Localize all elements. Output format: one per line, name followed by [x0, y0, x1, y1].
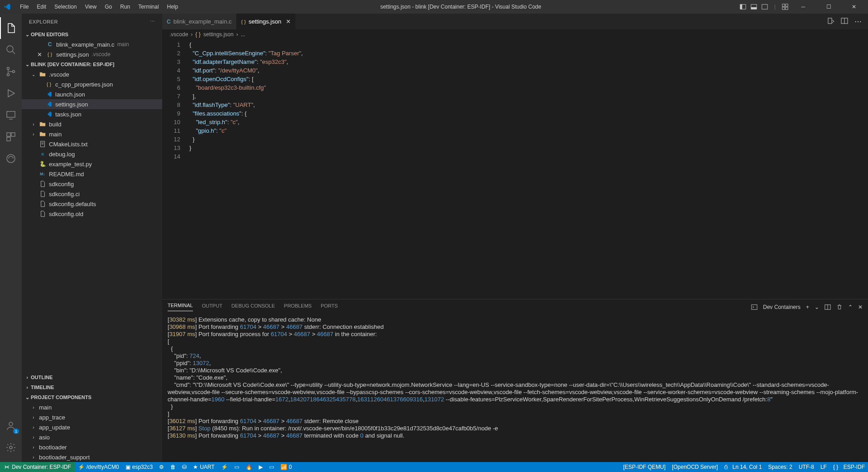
status-device-icon[interactable]: ▭ — [266, 462, 277, 472]
layout-left-icon[interactable] — [740, 4, 746, 10]
folder-item[interactable]: ⌄.vscode — [22, 69, 162, 79]
status-clean-icon[interactable]: 🗑 — [167, 462, 179, 472]
component-item[interactable]: ›app_trace — [22, 412, 162, 422]
customize-layout-icon[interactable] — [782, 4, 788, 10]
menu-terminal[interactable]: Terminal — [135, 2, 162, 12]
status-spaces[interactable]: Spaces: 2 — [765, 462, 796, 472]
kill-terminal-icon[interactable] — [836, 304, 843, 310]
file-item[interactable]: ≡debug.log — [22, 149, 162, 159]
editor-tab[interactable]: Cblink_example_main.c — [162, 14, 236, 29]
terminal-label[interactable]: Dev Containers — [763, 304, 800, 310]
code-content[interactable]: { "C_Cpp.intelliSenseEngine": "Tag Parse… — [189, 39, 827, 299]
folder-item[interactable]: ›build — [22, 119, 162, 129]
remote-explorer-icon[interactable] — [0, 104, 22, 126]
status-openocd[interactable]: [OpenOCD Server] — [669, 462, 721, 472]
close-button[interactable]: ✕ — [844, 0, 864, 14]
status-build-icon[interactable]: ⛁ — [179, 462, 190, 472]
file-item[interactable]: sdkconfig — [22, 179, 162, 189]
component-item[interactable]: ›bootloader_support — [22, 452, 162, 462]
panel-tab-problems[interactable]: PROBLEMS — [284, 303, 312, 311]
file-item[interactable]: settings.json — [22, 99, 162, 109]
status-monitor-icon[interactable]: ▭ — [231, 462, 242, 472]
menu-file[interactable]: File — [16, 2, 32, 12]
menu-view[interactable]: View — [81, 2, 100, 12]
maximize-panel-icon[interactable]: ⌃ — [848, 304, 853, 310]
breadcrumb[interactable]: .vscode› { }settings.json› ... — [162, 29, 868, 39]
open-editors-header[interactable]: ⌄OPEN EDITORS — [22, 29, 162, 39]
minimap[interactable] — [827, 39, 868, 299]
sidebar-more-icon[interactable]: ⋯ — [150, 19, 155, 24]
status-terminal-icon[interactable]: ▶ — [256, 462, 266, 472]
status-flame-icon[interactable]: 🔥 — [242, 462, 256, 472]
run-debug-icon[interactable] — [0, 82, 22, 104]
minimize-button[interactable]: ─ — [793, 0, 814, 14]
project-components-header[interactable]: ⌄PROJECT COMPONENTS — [22, 392, 162, 402]
status-port[interactable]: ⚡/dev/ttyACM0 — [75, 462, 122, 472]
component-item[interactable]: ›main — [22, 402, 162, 412]
terminal-icon: ▶ — [259, 464, 263, 470]
accounts-icon[interactable]: 1 — [0, 415, 22, 437]
file-item[interactable]: 🐍example_test.py — [22, 159, 162, 169]
component-item[interactable]: ›bootloader — [22, 442, 162, 452]
menu-run[interactable]: Run — [116, 2, 134, 12]
status-encoding[interactable]: UTF-8 — [796, 462, 817, 472]
svg-point-11 — [7, 67, 10, 70]
search-icon[interactable] — [0, 39, 22, 61]
component-item[interactable]: ›app_update — [22, 422, 162, 432]
extensions-icon[interactable] — [0, 126, 22, 148]
menu-selection[interactable]: Selection — [51, 2, 80, 12]
layout-right-icon[interactable] — [762, 4, 768, 10]
file-item[interactable]: CMakeLists.txt — [22, 139, 162, 149]
status-flash-icon[interactable]: ⚡ — [218, 462, 231, 472]
explorer-icon[interactable] — [0, 17, 22, 39]
open-editor-item[interactable]: ✕{ }settings.json .vscode — [22, 49, 162, 59]
espressif-icon[interactable] — [0, 148, 22, 169]
editor-tab[interactable]: { }settings.json✕ — [236, 14, 296, 29]
file-item[interactable]: tasks.json — [22, 109, 162, 119]
menu-go[interactable]: Go — [101, 2, 116, 12]
status-flash[interactable]: ★UART — [190, 462, 217, 472]
component-item[interactable]: ›asio — [22, 432, 162, 442]
open-editor-item[interactable]: Cblink_example_main.c main — [22, 39, 162, 49]
terminal-output[interactable]: [30382 ms] Extensions cache, copy to sha… — [162, 314, 868, 462]
status-eol[interactable]: LF — [817, 462, 830, 472]
file-item[interactable]: { }c_cpp_properties.json — [22, 79, 162, 89]
close-panel-icon[interactable]: ✕ — [858, 304, 863, 310]
workspace-header[interactable]: ⌄BLINK [DEV CONTAINER: ESP-IDF] — [22, 59, 162, 69]
settings-gear-icon[interactable] — [0, 437, 22, 458]
maximize-button[interactable]: ☐ — [818, 0, 839, 14]
panel-tab-output[interactable]: OUTPUT — [202, 303, 222, 311]
status-sdkconfig-icon[interactable]: ⚙ — [156, 462, 167, 472]
split-terminal-icon[interactable] — [825, 304, 831, 310]
line-numbers: 1234567891011121314 — [162, 39, 189, 299]
status-lang[interactable]: { } ESP-IDF — [830, 462, 868, 472]
status-qemu[interactable]: [ESP-IDF QEMU] — [620, 462, 669, 472]
outline-header[interactable]: ›OUTLINE — [22, 372, 162, 382]
new-terminal-icon[interactable]: + — [806, 304, 809, 310]
terminal-profile-icon[interactable] — [751, 304, 757, 310]
layout-bottom-icon[interactable] — [751, 4, 757, 10]
svg-point-9 — [7, 46, 13, 52]
folder-item[interactable]: ›main — [22, 129, 162, 139]
remote-indicator[interactable]: Dev Container: ESP-IDF — [0, 462, 75, 472]
menu-edit[interactable]: Edit — [33, 2, 50, 12]
panel-tab-terminal[interactable]: TERMINAL — [168, 303, 193, 311]
status-position[interactable]: ⎙ Ln 14, Col 1 — [721, 462, 765, 472]
panel-tab-ports[interactable]: PORTS — [321, 303, 338, 311]
editor-body[interactable]: 1234567891011121314 { "C_Cpp.intelliSens… — [162, 39, 868, 299]
menu-help[interactable]: Help — [164, 2, 182, 12]
timeline-header[interactable]: ›TIMELINE — [22, 382, 162, 392]
file-item[interactable]: sdkconfig.old — [22, 209, 162, 219]
file-item[interactable]: sdkconfig.defaults — [22, 199, 162, 209]
source-control-icon[interactable] — [0, 61, 22, 82]
panel-tab-debug[interactable]: DEBUG CONSOLE — [231, 303, 275, 311]
split-editor-icon[interactable] — [841, 17, 848, 26]
file-item[interactable]: sdkconfig.ci — [22, 189, 162, 199]
file-item[interactable]: launch.json — [22, 89, 162, 99]
status-target[interactable]: ▣esp32c3 — [122, 462, 156, 472]
terminal-dropdown-icon[interactable]: ⌄ — [815, 304, 819, 310]
editor-more-icon[interactable]: ⋯ — [854, 17, 862, 26]
file-item[interactable]: M↓README.md — [22, 169, 162, 179]
run-file-icon[interactable] — [827, 17, 834, 26]
status-errors[interactable]: 📶0 — [277, 462, 295, 472]
